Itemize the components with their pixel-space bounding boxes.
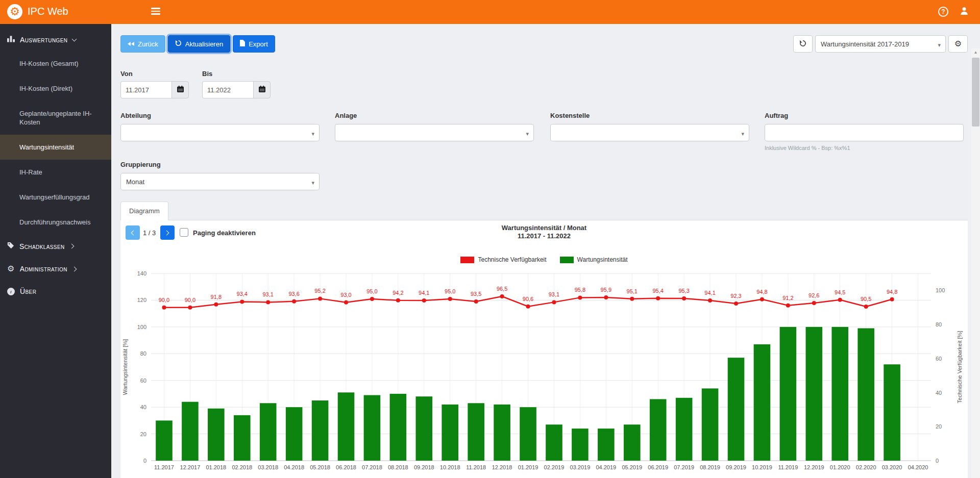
sidebar-item-ih-kosten-direkt[interactable]: IH-Kosten (Direkt) [0, 76, 111, 101]
sidebar-section-auswertungen[interactable]: Auswertungen [0, 28, 111, 51]
legend-swatch-red [460, 257, 474, 263]
svg-text:95,9: 95,9 [601, 287, 611, 293]
rewind-icon [128, 40, 134, 48]
svg-text:94,1: 94,1 [419, 290, 429, 296]
svg-text:94,1: 94,1 [704, 290, 715, 296]
hamburger-menu-icon[interactable] [151, 8, 160, 16]
svg-text:95,0: 95,0 [366, 288, 377, 294]
kostenstelle-select[interactable]: ▾ [550, 124, 749, 141]
svg-text:0: 0 [143, 458, 146, 464]
sidebar-item-durchfuehrungsnachweis[interactable]: Durchführungsnachweis [0, 210, 111, 235]
von-label: Von [120, 70, 133, 78]
svg-text:80: 80 [936, 321, 942, 328]
sidebar-item-wartungserfuellungsgrad[interactable]: Wartungserfüllungsgrad [0, 185, 111, 210]
user-icon[interactable] [960, 6, 969, 17]
sidebar-item-ih-rate[interactable]: IH-Rate [0, 160, 111, 185]
svg-text:100: 100 [137, 324, 146, 330]
svg-text:11.2018: 11.2018 [466, 464, 486, 470]
back-button[interactable]: Zurück [120, 35, 165, 53]
von-calendar-button[interactable] [172, 81, 189, 98]
help-icon[interactable]: ? [938, 7, 948, 17]
abteilung-select[interactable]: ▾ [120, 124, 320, 141]
paging-deactivate-label: Paging deaktivieren [193, 229, 256, 237]
svg-text:12.2019: 12.2019 [804, 464, 824, 470]
paging-deactivate-checkbox[interactable] [180, 228, 188, 237]
refresh-icon [799, 40, 806, 48]
svg-text:01.2018: 01.2018 [206, 464, 226, 470]
refresh-button[interactable]: Aktualisieren [168, 35, 230, 53]
legend-swatch-green [560, 257, 574, 263]
page-previous-button[interactable] [126, 225, 140, 240]
legend-label: Wartungsintensität [577, 256, 628, 263]
svg-text:90,0: 90,0 [159, 297, 169, 303]
svg-text:93,4: 93,4 [237, 291, 248, 297]
svg-text:94,8: 94,8 [887, 289, 897, 295]
svg-text:03.2018: 03.2018 [258, 464, 278, 470]
svg-text:94,5: 94,5 [835, 289, 845, 295]
sidebar-item-geplante-ungeplante-ih-kosten[interactable]: Geplante/ungeplante IH-Kosten [0, 101, 102, 135]
export-button-label: Export [249, 40, 268, 48]
reload-preset-button[interactable] [793, 35, 813, 53]
sidebar-item-wartungsintensitaet[interactable]: Wartungsintensität [0, 135, 111, 160]
vertical-scrollbar[interactable]: ▲ [971, 48, 980, 478]
svg-text:95,1: 95,1 [627, 288, 638, 294]
svg-text:10.2018: 10.2018 [440, 464, 460, 470]
sidebar-item-ih-kosten-gesamt[interactable]: IH-Kosten (Gesamt) [0, 51, 111, 76]
svg-text:0: 0 [936, 458, 939, 464]
info-icon: i [7, 288, 15, 295]
legend-entry-wartungsintensitaet[interactable]: Wartungsintensität [560, 256, 628, 263]
auftrag-input[interactable] [765, 124, 964, 141]
svg-text:140: 140 [137, 270, 146, 276]
sidebar-section-administration[interactable]: ⚙ Administration [0, 258, 111, 280]
preset-select[interactable]: Wartungsintensität 2017-2019 ▾ [815, 35, 946, 53]
toolbar: Zurück Aktualisieren Export Wartungsinte… [120, 35, 968, 53]
sidebar-section-ueber[interactable]: i Über [0, 280, 111, 303]
chevron-down-icon [72, 36, 77, 41]
svg-text:01.2019: 01.2019 [518, 464, 538, 470]
scrollbar-thumb[interactable] [972, 58, 979, 127]
app-logo: ⚙ [7, 4, 22, 19]
svg-text:05.2019: 05.2019 [622, 464, 642, 470]
svg-text:09.2018: 09.2018 [414, 464, 434, 470]
svg-text:05.2018: 05.2018 [310, 464, 330, 470]
svg-text:91,2: 91,2 [782, 295, 793, 301]
gruppierung-select[interactable]: Monat ▾ [120, 173, 320, 190]
kostenstelle-label: Kostenstelle [550, 112, 590, 119]
svg-text:07.2019: 07.2019 [674, 464, 694, 470]
settings-button[interactable]: ⚙ [948, 35, 968, 53]
anlage-select[interactable]: ▾ [335, 124, 534, 141]
bar-chart-icon [7, 35, 15, 44]
svg-text:92,3: 92,3 [730, 293, 741, 299]
chevron-right-icon [69, 244, 74, 249]
svg-text:94,2: 94,2 [393, 290, 403, 296]
auftrag-label: Auftrag [765, 112, 788, 119]
bis-input[interactable] [202, 81, 253, 98]
sidebar-section-label: Auswertungen [20, 36, 67, 44]
tab-diagramm[interactable]: Diagramm [120, 202, 168, 220]
chevron-right-icon [164, 230, 169, 235]
svg-text:95,4: 95,4 [652, 288, 663, 294]
svg-text:12.2017: 12.2017 [180, 464, 201, 470]
svg-text:08.2018: 08.2018 [388, 464, 408, 470]
von-input[interactable] [120, 81, 172, 98]
legend-label: Technische Verfügbarkeit [478, 256, 546, 263]
chart-canvas: 02040608010012014002040608010090,090,091… [120, 268, 968, 475]
scrollbar-up-arrow[interactable]: ▲ [971, 50, 980, 55]
svg-text:95,2: 95,2 [314, 288, 325, 294]
legend-entry-technische-verfuegbarkeit[interactable]: Technische Verfügbarkeit [460, 256, 546, 263]
svg-text:90,6: 90,6 [523, 296, 533, 302]
chevron-down-icon: ▾ [938, 42, 941, 48]
page-next-button[interactable] [160, 225, 175, 240]
svg-text:12.2018: 12.2018 [492, 464, 512, 470]
sidebar-section-schadklassen[interactable]: Schadklassen [0, 235, 111, 258]
svg-text:93,1: 93,1 [262, 291, 273, 297]
gear-icon: ⚙ [954, 40, 962, 48]
bis-calendar-button[interactable] [253, 81, 271, 98]
svg-text:Technische Verfügbarkeit [%]: Technische Verfügbarkeit [%] [957, 331, 963, 404]
export-button[interactable]: Export [233, 35, 275, 53]
svg-text:96,5: 96,5 [497, 286, 507, 292]
header-bar: ⚙ IPC Web ? [0, 0, 980, 24]
calendar-icon [177, 85, 184, 94]
svg-text:95,8: 95,8 [575, 287, 585, 293]
svg-text:02.2020: 02.2020 [856, 464, 876, 470]
